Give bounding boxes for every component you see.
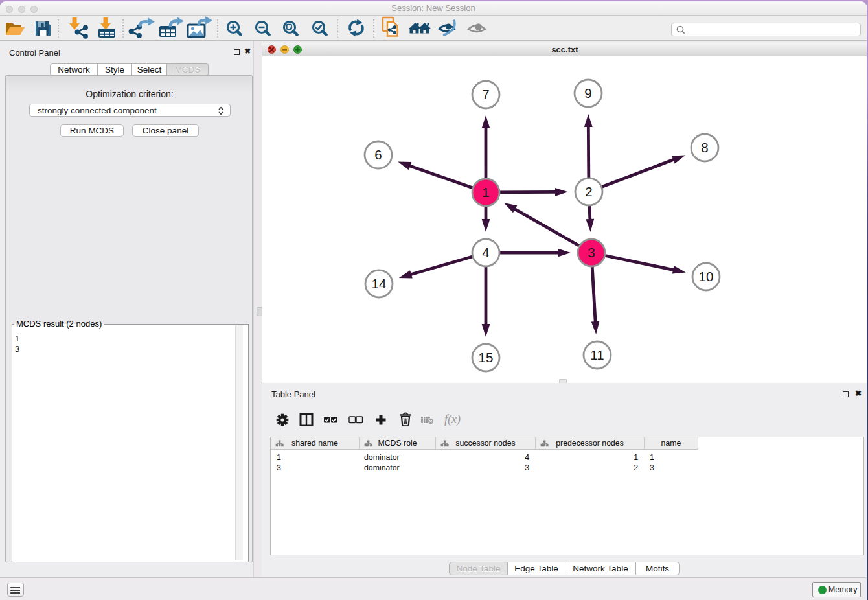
svg-text:4: 4	[482, 245, 489, 260]
svg-text:9: 9	[584, 86, 591, 100]
svg-text:1: 1	[482, 185, 489, 200]
svg-text:2: 2	[585, 184, 592, 199]
svg-text:6: 6	[374, 147, 382, 162]
svg-text:7: 7	[482, 87, 489, 102]
svg-text:11: 11	[590, 347, 604, 362]
svg-text:15: 15	[479, 350, 494, 365]
svg-text:14: 14	[372, 276, 387, 291]
svg-text:3: 3	[588, 245, 595, 260]
svg-text:8: 8	[701, 140, 708, 155]
svg-text:10: 10	[699, 269, 714, 284]
